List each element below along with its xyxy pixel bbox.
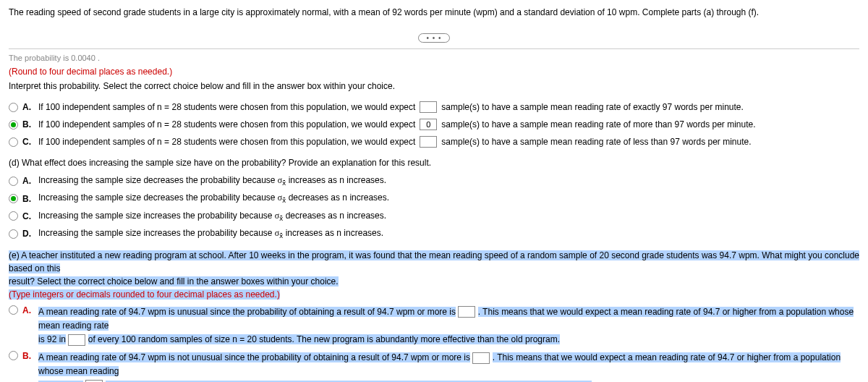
- interpret-prompt: Interpret this probability. Select the c…: [9, 81, 859, 91]
- choice-text: sample(s) to have a sample mean reading …: [441, 137, 751, 147]
- answer-input-e-b1[interactable]: [472, 352, 490, 364]
- radio-d-d[interactable]: [9, 229, 18, 239]
- choice-label: B.: [22, 119, 34, 130]
- radio-e-b[interactable]: [9, 351, 18, 360]
- choice-text: Increasing the sample size increases the…: [38, 228, 383, 239]
- radio-d-a[interactable]: [9, 177, 18, 186]
- choice-label: A.: [22, 305, 34, 315]
- radio-d-c[interactable]: [9, 211, 18, 221]
- radio-c-c[interactable]: [9, 137, 18, 147]
- problem-statement: The reading speed of second grade studen…: [9, 6, 859, 19]
- answer-input-c-c[interactable]: [420, 136, 437, 148]
- choice-text: Increasing the sample size decreases the…: [38, 192, 389, 204]
- answer-input-c-b[interactable]: 0: [420, 119, 437, 130]
- radio-d-b[interactable]: [9, 194, 18, 203]
- choice-text: Increasing the sample size decreases the…: [38, 175, 386, 187]
- choice-text: A mean reading rate of 94.7 wpm is unusu…: [38, 305, 859, 347]
- choice-text: sample(s) to have a sample mean reading …: [441, 119, 755, 130]
- truncated-text: The probability is 0.0040 .: [9, 54, 859, 62]
- choice-text: If 100 independent samples of n = 28 stu…: [38, 119, 415, 130]
- part-e-prompt: (e) A teacher instituted a new reading p…: [9, 249, 859, 288]
- divider: [9, 48, 859, 49]
- radio-e-a[interactable]: [9, 305, 18, 315]
- part-d-prompt: (d) What effect does increasing the samp…: [9, 158, 859, 168]
- choice-text: If 100 independent samples of n = 28 stu…: [38, 102, 415, 112]
- choice-text: Increasing the sample size increases the…: [38, 211, 386, 222]
- answer-input-c-a[interactable]: [420, 101, 437, 113]
- part-e-instruction: (Type integers or decimals rounded to fo…: [9, 289, 859, 300]
- choice-label: D.: [22, 229, 34, 239]
- radio-c-b[interactable]: [9, 120, 18, 130]
- choice-text: A mean reading rate of 94.7 wpm is not u…: [38, 351, 859, 382]
- answer-input-e-a2[interactable]: [68, 334, 85, 346]
- choice-label: C.: [22, 137, 34, 147]
- round-instruction: (Round to four decimal places as needed.…: [9, 67, 859, 77]
- choice-label: B.: [22, 351, 34, 361]
- choice-label: A.: [22, 102, 34, 112]
- choice-label: A.: [22, 176, 34, 186]
- choice-label: B.: [22, 194, 34, 204]
- choice-text: sample(s) to have a sample mean reading …: [441, 102, 744, 112]
- expand-more-button[interactable]: • • •: [418, 33, 449, 43]
- choice-label: C.: [22, 211, 34, 221]
- radio-c-a[interactable]: [9, 103, 18, 112]
- choice-text: If 100 independent samples of n = 28 stu…: [38, 137, 415, 147]
- answer-input-e-a1[interactable]: [458, 306, 475, 318]
